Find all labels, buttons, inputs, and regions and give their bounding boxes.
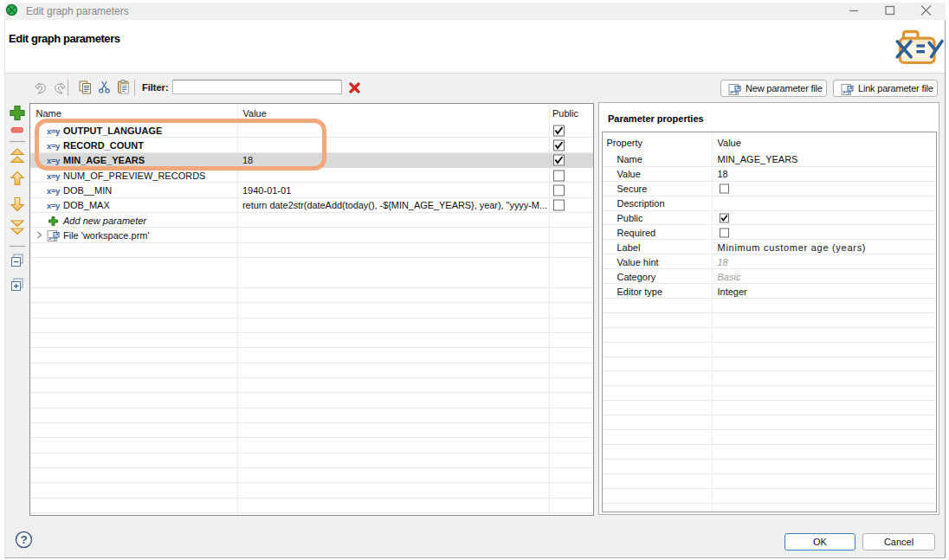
svg-text:?: ?: [20, 533, 27, 546]
